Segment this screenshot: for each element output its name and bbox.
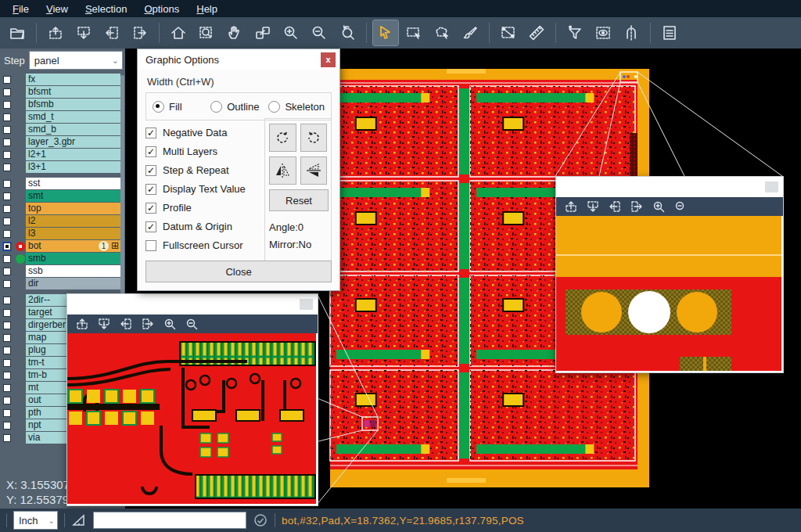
layer-name[interactable]: dir	[26, 278, 120, 289]
pan-right-icon[interactable]	[141, 317, 155, 331]
layer-visibility-checkbox[interactable]	[3, 76, 11, 84]
pan-up-button[interactable]	[43, 20, 68, 45]
dialog-close-icon[interactable]: x	[321, 52, 336, 67]
layer-name[interactable]: fx	[26, 74, 120, 85]
layer-name[interactable]: l3	[26, 228, 120, 239]
filter-button[interactable]	[562, 20, 587, 45]
layer-list-button[interactable]	[657, 20, 682, 45]
pan-left-icon[interactable]	[608, 200, 622, 214]
apply-check-icon[interactable]	[253, 512, 268, 528]
zoom-in-button[interactable]	[278, 20, 304, 45]
layer-row-bfsmt[interactable]: bfsmt	[0, 86, 125, 98]
layer-visibility-checkbox[interactable]	[3, 322, 11, 329]
step-dropdown[interactable]: panel ⌄	[29, 51, 123, 70]
layer-name[interactable]: l2	[26, 215, 120, 227]
layer-name[interactable]: smt	[26, 190, 120, 202]
menu-help[interactable]: Help	[189, 2, 225, 16]
pan-down-icon[interactable]	[586, 200, 600, 214]
command-input[interactable]	[93, 512, 246, 529]
layer-visibility-checkbox[interactable]	[3, 126, 11, 134]
layer-row-smb[interactable]: smb	[0, 253, 125, 264]
layer-row-l3[interactable]: l3	[0, 228, 125, 239]
layer-visibility-checkbox[interactable]	[3, 243, 11, 250]
layer-visibility-checkbox[interactable]	[3, 372, 11, 379]
layer-name[interactable]: bot1⊞	[26, 240, 120, 252]
graphic-options-dialog[interactable]: Graphic Options x Width (Ctrl+W) Fill Ou…	[137, 49, 340, 291]
zoom-previous-button[interactable]	[335, 20, 360, 45]
layer-name[interactable]: l2+1	[26, 149, 120, 160]
layer-visibility-checkbox[interactable]	[3, 422, 11, 430]
layer-visibility-checkbox[interactable]	[3, 164, 11, 171]
select-polygon-button[interactable]	[429, 20, 454, 45]
layer-visibility-checkbox[interactable]	[3, 180, 11, 188]
layer-list-scrollbar[interactable]	[120, 75, 124, 310]
layer-name[interactable]: l3+1	[26, 161, 120, 173]
pan-down-button[interactable]	[71, 20, 96, 45]
layer-visibility-checkbox[interactable]	[3, 268, 11, 275]
layer-name[interactable]: smd_t	[26, 111, 120, 123]
rotate-cw-button[interactable]	[269, 124, 296, 152]
layer-visibility-checkbox[interactable]	[3, 347, 11, 354]
layer-grid-icon[interactable]: ⊞	[111, 241, 119, 251]
layer-row-fx[interactable]: fx	[0, 74, 125, 85]
pan-left-icon[interactable]	[119, 317, 133, 331]
ruler-button[interactable]	[524, 20, 549, 45]
width-radio-outline[interactable]: Outline	[210, 101, 265, 113]
window-button-icon[interactable]	[300, 299, 313, 310]
layer-visibility-checkbox[interactable]	[3, 230, 11, 238]
magnifier-left-titlebar[interactable]	[67, 294, 318, 315]
option-checkbox-fullscreen-cursor[interactable]: Fullscreen Cursor	[145, 239, 263, 251]
layer-visibility-checkbox[interactable]	[3, 280, 11, 288]
layer-visibility-checkbox[interactable]	[3, 255, 11, 263]
menu-options[interactable]: Options	[136, 2, 187, 16]
layer-name[interactable]: top	[26, 203, 120, 214]
angle-measure-icon[interactable]	[71, 512, 87, 528]
layer-name[interactable]: layer_3.gbr	[26, 136, 120, 148]
option-checkbox-display-text-value[interactable]: ✓ Display Text Value	[145, 183, 263, 195]
zoom-in-icon[interactable]	[652, 200, 666, 214]
pan-up-icon[interactable]	[75, 317, 89, 331]
zoom-out-icon[interactable]	[673, 200, 688, 214]
layer-row-ssb[interactable]: ssb	[0, 265, 125, 277]
menu-selection[interactable]: Selection	[77, 2, 135, 16]
magnifier-right-view[interactable]	[556, 216, 781, 371]
layer-row-bfsmb[interactable]: bfsmb	[0, 99, 125, 110]
zoom-window-button[interactable]	[194, 20, 219, 45]
rotate-ccw-button[interactable]	[300, 124, 328, 152]
measure-points-button[interactable]	[496, 20, 521, 45]
layer-visibility-checkbox[interactable]	[3, 192, 11, 200]
layer-name[interactable]: ssb	[26, 265, 120, 277]
width-radio-fill[interactable]: Fill	[153, 101, 207, 113]
magnifier-window-right[interactable]	[555, 176, 784, 373]
mirror-vertical-button[interactable]	[300, 156, 328, 185]
select-cursor-button[interactable]	[373, 20, 398, 45]
home-view-button[interactable]	[166, 20, 191, 45]
magnifier-window-left[interactable]	[66, 293, 318, 506]
layer-row-smd_t[interactable]: smd_t	[0, 111, 125, 123]
open-file-button[interactable]	[5, 20, 30, 45]
layer-row-sst[interactable]: sst	[0, 178, 125, 189]
snap-button[interactable]	[619, 20, 644, 45]
layer-row-bot[interactable]: bot1⊞	[0, 240, 125, 252]
zoom-out-icon[interactable]	[185, 317, 199, 331]
select-rectangle-button[interactable]	[401, 20, 426, 45]
layer-name[interactable]: smb	[26, 253, 120, 264]
pan-hand-button[interactable]	[222, 20, 247, 45]
pan-up-icon[interactable]	[564, 200, 578, 214]
layer-visibility-checkbox[interactable]	[3, 151, 11, 159]
layer-row-l2+1[interactable]: l2+1	[0, 149, 125, 160]
layer-visibility-checkbox[interactable]	[3, 309, 11, 317]
magnifier-right-titlebar[interactable]	[556, 177, 783, 197]
layer-visibility-checkbox[interactable]	[3, 409, 11, 417]
zoom-in-icon[interactable]	[163, 317, 177, 331]
layer-name[interactable]: bfsmt	[26, 86, 120, 98]
layer-visibility-checkbox[interactable]	[3, 297, 11, 304]
drag-view-button[interactable]	[250, 20, 275, 45]
menu-file[interactable]: File	[5, 2, 37, 16]
mirror-horizontal-button[interactable]	[269, 156, 296, 185]
layer-name[interactable]: smd_b	[26, 124, 120, 135]
pan-right-button[interactable]	[128, 20, 153, 45]
layer-visibility-checkbox[interactable]	[3, 384, 11, 392]
pan-down-icon[interactable]	[97, 317, 111, 331]
layer-visibility-checkbox[interactable]	[3, 113, 11, 121]
